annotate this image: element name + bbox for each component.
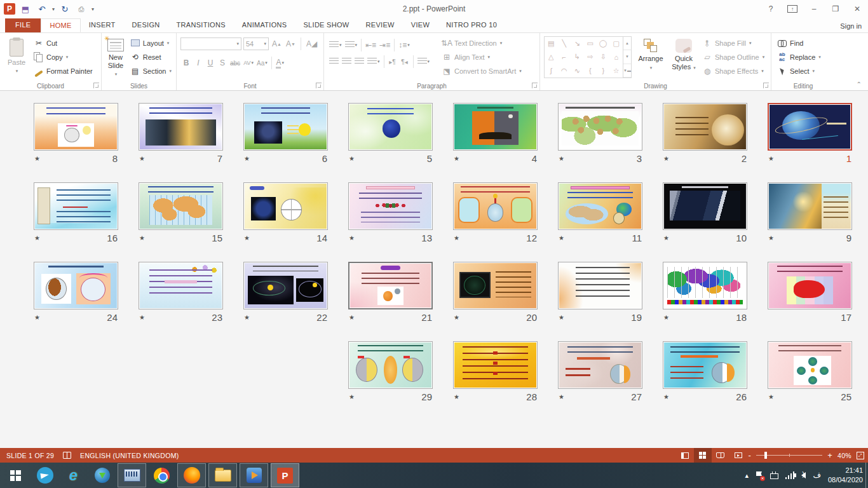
tab-animations[interactable]: ANIMATIONS xyxy=(234,18,295,32)
volume-icon[interactable] xyxy=(801,472,806,478)
taskbar-internet-explorer-button[interactable]: e xyxy=(59,463,88,488)
paste-button[interactable]: Paste▾ xyxy=(4,36,29,81)
slide-sorter-view-button[interactable] xyxy=(694,448,712,463)
zoom-slider[interactable] xyxy=(756,455,822,456)
slide-thumbnail-7[interactable] xyxy=(139,103,223,151)
shape-glyph-icon[interactable]: ↘ xyxy=(571,37,584,50)
align-center-button[interactable] xyxy=(341,55,353,68)
slide-count-indicator[interactable]: SLIDE 1 OF 29 xyxy=(6,452,54,459)
slide-thumbnail-11[interactable] xyxy=(558,182,642,230)
slide-thumbnail-18[interactable] xyxy=(663,262,747,309)
font-size-combo[interactable]: 54▾ xyxy=(243,37,269,50)
animation-indicator-star-icon[interactable]: ★ xyxy=(34,314,40,321)
drawing-dialog-launcher-icon[interactable] xyxy=(763,83,769,88)
undo-icon[interactable]: ↶ xyxy=(36,3,48,15)
animation-indicator-star-icon[interactable]: ★ xyxy=(768,155,774,162)
shape-glyph-icon[interactable]: ⌐ xyxy=(558,50,571,64)
slide-thumbnail-26[interactable] xyxy=(663,341,747,389)
character-spacing-button[interactable]: AV▾ xyxy=(242,57,255,69)
animation-indicator-star-icon[interactable]: ★ xyxy=(349,234,355,241)
taskbar-firefox-button[interactable] xyxy=(177,463,206,487)
convert-to-smartart-button[interactable]: ⬔Convert to SmartArt▾ xyxy=(440,64,524,78)
change-case-button[interactable]: Aa▾ xyxy=(255,57,269,69)
slide-thumbnail-29[interactable] xyxy=(348,341,433,389)
tab-view[interactable]: VIEW xyxy=(403,18,438,32)
slide-thumbnail-25[interactable] xyxy=(768,341,852,389)
language-indicator[interactable]: ENGLISH (UNITED KINGDOM) xyxy=(80,452,179,459)
text-direction-button[interactable]: ⇅AText Direction▾ xyxy=(440,36,524,50)
save-icon[interactable]: ⬒ xyxy=(19,3,32,15)
shape-glyph-icon[interactable]: ▢ xyxy=(610,37,623,50)
slide-thumbnail-2[interactable] xyxy=(663,103,747,151)
shapes-gallery-scrollbar[interactable]: ▲▼▼▬ xyxy=(623,37,631,78)
strikethrough-button[interactable]: abc xyxy=(229,57,241,69)
reading-view-button[interactable] xyxy=(712,448,729,463)
slide-thumbnail-19[interactable] xyxy=(558,262,642,309)
slide-show-button[interactable] xyxy=(729,448,747,463)
close-button[interactable]: ✕ xyxy=(846,0,868,18)
animation-indicator-star-icon[interactable]: ★ xyxy=(34,155,40,162)
shape-glyph-icon[interactable]: ◠ xyxy=(558,64,571,78)
help-button[interactable]: ? xyxy=(760,0,782,18)
shape-glyph-icon[interactable]: ☆ xyxy=(610,64,623,78)
font-name-combo[interactable]: ▾ xyxy=(180,37,241,50)
network-signal-icon[interactable] xyxy=(785,471,795,479)
ribbon-display-options-button[interactable]: ↑ xyxy=(782,0,803,18)
font-color-button[interactable]: A▾ xyxy=(275,57,286,69)
format-painter-button[interactable]: Format Painter xyxy=(32,64,95,78)
animation-indicator-star-icon[interactable]: ★ xyxy=(34,234,40,241)
quick-styles-button[interactable]: QuickStyles ▾ xyxy=(670,36,698,81)
animation-indicator-star-icon[interactable]: ★ xyxy=(349,393,355,400)
slide-thumbnail-24[interactable] xyxy=(34,262,118,309)
new-slide-button[interactable]: NewSlide ▾ xyxy=(105,36,126,81)
slide-thumbnail-12[interactable] xyxy=(453,182,538,230)
shape-glyph-icon[interactable]: ↳ xyxy=(571,50,584,64)
animation-indicator-star-icon[interactable]: ★ xyxy=(454,393,459,400)
italic-button[interactable]: I xyxy=(193,57,204,69)
redo-icon[interactable]: ↻ xyxy=(58,3,71,15)
animation-indicator-star-icon[interactable]: ★ xyxy=(139,314,145,321)
align-left-button[interactable] xyxy=(328,55,340,68)
slide-thumbnail-13[interactable] xyxy=(348,182,433,230)
slide-thumbnail-27[interactable] xyxy=(558,341,642,389)
shape-outline-button[interactable]: ▱Shape Outline▾ xyxy=(700,50,766,64)
section-button[interactable]: ▤Section▾ xyxy=(128,64,173,78)
animation-indicator-star-icon[interactable]: ★ xyxy=(559,314,564,321)
replace-button[interactable]: abacReplace▾ xyxy=(775,50,823,64)
slide-thumbnail-22[interactable] xyxy=(243,262,328,309)
tab-transitions[interactable]: TRANSITIONS xyxy=(168,18,234,32)
shape-glyph-icon[interactable]: ∿ xyxy=(571,64,584,78)
minimize-button[interactable]: – xyxy=(803,0,825,18)
power-icon[interactable] xyxy=(770,472,778,479)
clipboard-dialog-launcher-icon[interactable] xyxy=(93,83,99,88)
taskbar-clock[interactable]: 21:41 08/04/2020 xyxy=(828,466,865,485)
tab-slide-show[interactable]: SLIDE SHOW xyxy=(295,18,357,32)
rtl-direction-button[interactable]: ¶◂ xyxy=(399,55,410,68)
tab-nitro-pro-10[interactable]: NITRO PRO 10 xyxy=(438,18,505,32)
undo-dropdown-icon[interactable]: ▾ xyxy=(52,6,55,12)
shapes-gallery[interactable]: ▤╲↘▭◯▢△⌐↳⇨⇩⌂ʃ◠∿{}☆ ▲▼▼▬ xyxy=(544,36,632,78)
slide-thumbnail-20[interactable] xyxy=(453,262,538,309)
slide-thumbnail-17[interactable] xyxy=(768,262,852,309)
zoom-out-button[interactable]: - xyxy=(747,451,753,460)
animation-indicator-star-icon[interactable]: ★ xyxy=(454,314,459,321)
text-shadow-button[interactable]: S xyxy=(217,57,228,69)
slide-thumbnail-3[interactable] xyxy=(558,103,642,151)
sign-in-link[interactable]: Sign in xyxy=(840,22,862,30)
reset-button[interactable]: ⟲Reset xyxy=(128,50,173,64)
layout-button[interactable]: Layout▾ xyxy=(128,36,173,50)
keyboard-language-indicator[interactable]: ف xyxy=(813,471,820,480)
slide-thumbnail-23[interactable] xyxy=(139,262,223,309)
line-spacing-button[interactable]: ↕≡▾ xyxy=(397,39,411,51)
tab-review[interactable]: REVIEW xyxy=(358,18,403,32)
shrink-font-button[interactable]: A▼ xyxy=(285,37,297,50)
shape-glyph-icon[interactable]: { xyxy=(584,64,597,78)
tab-design[interactable]: DESIGN xyxy=(124,18,168,32)
tab-home[interactable]: HOME xyxy=(41,18,80,32)
align-text-button[interactable]: ⊞Align Text▾ xyxy=(440,50,524,64)
numbering-button[interactable]: ▾ xyxy=(344,39,359,51)
restore-button[interactable]: ❐ xyxy=(825,0,846,18)
taskbar-powerpoint-button[interactable]: P xyxy=(271,463,299,487)
slide-thumbnail-8[interactable] xyxy=(34,103,118,151)
hidden-icons-button[interactable]: ▴ xyxy=(745,471,749,480)
